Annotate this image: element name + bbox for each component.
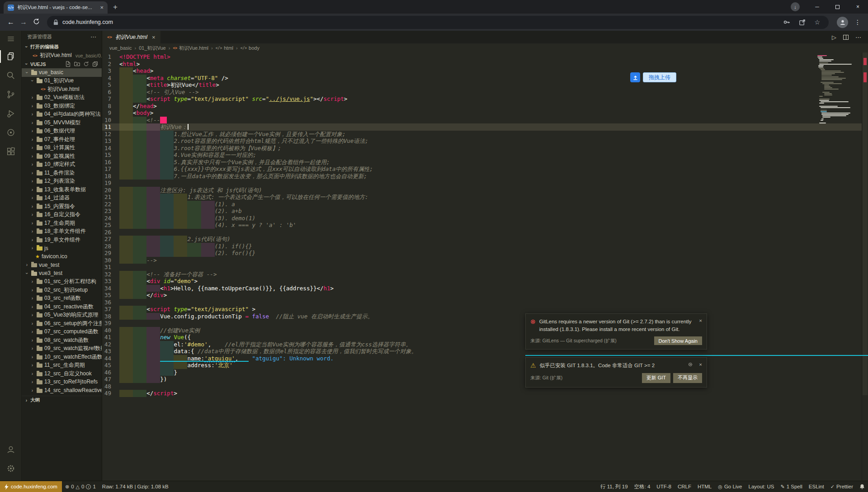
remote-host-badge[interactable]: code.huxinfeng.com (0, 481, 62, 492)
tree-item[interactable]: ›js (22, 244, 102, 253)
code-line-12[interactable]: 121.想让Vue工作，就必须创建一个Vue实例，且要传入一个配置对象; (102, 131, 862, 138)
code-line-5[interactable]: 5<title>初识Vue</title> (102, 81, 862, 89)
status-encoding[interactable]: UTF-8 (653, 481, 675, 492)
window-maximize-button[interactable] (827, 0, 848, 14)
forward-button[interactable]: → (17, 18, 30, 26)
status-keyboard-layout[interactable]: Layout: US (745, 481, 778, 492)
tree-item[interactable]: ›14_过滤器 (22, 194, 102, 203)
problems-status[interactable]: ⊗0△0i1 (62, 481, 99, 492)
remote-explorer-icon[interactable] (0, 123, 22, 142)
tree-item[interactable]: ›06_数据代理 (22, 127, 102, 136)
file-size-status[interactable]: Raw: 1.74 kB | Gzip: 1.08 kB (99, 481, 172, 492)
workspace-section[interactable]: › VUEJS (22, 60, 102, 68)
tree-item[interactable]: ›14_src_shallowReactive... (22, 386, 102, 395)
notification-button[interactable]: Don't Show Again (654, 336, 703, 345)
code-line-8[interactable]: 8</head> (102, 103, 862, 110)
code-line-22[interactable]: 22(1). a (102, 201, 862, 208)
status-spell-checker[interactable]: ✎1 Spell (777, 481, 805, 492)
tree-item[interactable]: ›07_事件处理 (22, 135, 102, 144)
collapse-all-icon[interactable] (92, 61, 98, 67)
status-cursor-position[interactable]: 行 11, 列 19 (597, 481, 631, 492)
scrollbar-slider[interactable] (863, 52, 868, 395)
new-tab-button[interactable]: + (113, 3, 118, 11)
tree-item[interactable]: ›02_Vue模板语法 (22, 94, 102, 102)
status-eol[interactable]: CRLF (675, 481, 694, 492)
refresh-explorer-icon[interactable] (83, 61, 89, 67)
code-line-49[interactable]: 49</script> (102, 390, 862, 397)
code-line-35[interactable]: 35</div> (102, 292, 862, 299)
code-area[interactable]: 1<!DOCTYPE html>2<html>3<head>4<meta cha… (102, 52, 868, 481)
code-line-30[interactable]: 30--> (102, 257, 862, 264)
address-bar[interactable]: code.huxinfeng.com ☆ (47, 16, 829, 29)
tree-item[interactable]: ›09_src_watch监视ref数据... (22, 345, 102, 353)
account-icon[interactable] (0, 440, 22, 459)
code-line-37[interactable]: 37<script type="text/javascript" > (102, 306, 862, 313)
url-text[interactable]: code.huxinfeng.com (62, 19, 777, 25)
window-close-button[interactable]: × (848, 0, 868, 14)
tree-item[interactable]: ›08_src_watch函数 (22, 336, 102, 345)
run-debug-icon[interactable] (0, 104, 22, 123)
code-line-32[interactable]: 32<!-- 准备好一个容器 --> (102, 271, 862, 278)
close-icon[interactable]: × (699, 362, 702, 367)
code-line-26[interactable]: 26 (102, 229, 862, 236)
tree-item[interactable]: ›03_数据绑定 (22, 102, 102, 110)
minimap[interactable] (816, 53, 862, 130)
tree-item[interactable]: ›15_内置指令 (22, 202, 102, 211)
open-editors-section[interactable]: › 打开的编辑器 (22, 43, 102, 51)
vertical-scrollbar[interactable] (862, 52, 868, 481)
new-folder-icon[interactable] (74, 61, 80, 67)
explorer-icon[interactable] (0, 47, 22, 66)
tree-item[interactable]: ›16_自定义指令 (22, 211, 102, 219)
tree-item[interactable]: ›06_src_setup的两个注意点 (22, 319, 102, 328)
code-line-42[interactable]: 42el:'#demo', //el用于指定当前Vue实例为哪个容器服务，值通常… (102, 341, 862, 348)
tree-item[interactable]: ›01_初识Vue (22, 77, 102, 85)
code-line-31[interactable]: 31 (102, 264, 862, 271)
breadcrumb-item[interactable]: </>body (241, 45, 259, 51)
breadcrumb-item[interactable]: 01_初识Vue (139, 45, 166, 52)
tree-item[interactable]: ›17_生命周期 (22, 219, 102, 227)
code-line-45[interactable]: 45address:'北京' (102, 362, 862, 369)
gear-icon[interactable] (688, 362, 693, 367)
code-line-9[interactable]: 9<body> (102, 109, 862, 117)
tree-item[interactable]: ›11_src_生命周期 (22, 361, 102, 370)
tree-item[interactable]: ★favicon.ico (22, 252, 102, 261)
tree-item[interactable]: ›02_src_初识setup (22, 286, 102, 294)
code-line-13[interactable]: 132.root容器里的代码依然符合html规范，只不过混入了一些特殊的Vue语… (102, 137, 862, 145)
code-line-39[interactable]: 39 (102, 320, 862, 327)
code-line-16[interactable]: 165.真实开发中只有一个Vue实例，并且会配合着组件一起使用; (102, 159, 862, 166)
code-line-47[interactable]: 47}) (102, 376, 862, 383)
open-in-app-icon[interactable] (797, 19, 808, 26)
sidebar-more-icon[interactable]: ⋯ (90, 33, 96, 40)
tab-close-icon[interactable]: × (100, 4, 104, 11)
extensions-icon[interactable] (0, 142, 22, 161)
tree-item[interactable]: ›11_条件渲染 (22, 169, 102, 177)
code-line-43[interactable]: 43data:{ //data中用于存储数据，数据供el所指定的容器去使用，值我… (102, 348, 862, 355)
tree-item[interactable]: ›08_计算属性 (22, 144, 102, 152)
breadcrumb-item[interactable]: <>初识Vue.html (173, 45, 208, 52)
code-line-41[interactable]: 41new Vue({ (102, 334, 862, 341)
close-icon[interactable]: × (699, 318, 702, 323)
editor-tab[interactable]: <> 初识Vue.html × (102, 31, 160, 43)
code-line-20[interactable]: 20注意区分: js表达式 和 js代码(语句) (102, 187, 862, 194)
code-line-10[interactable]: 10<!-- (102, 117, 862, 124)
code-line-6[interactable]: 6<!-- 引入Vue --> (102, 89, 862, 96)
tree-item[interactable]: ›18_非单文件组件 (22, 227, 102, 236)
code-line-27[interactable]: 272.js代码(语句) (102, 236, 862, 243)
editor-tab-close-icon[interactable]: × (152, 34, 156, 41)
code-line-7[interactable]: 7<script type="text/javascript" src="../… (102, 95, 862, 103)
outline-section[interactable]: › 大纲 (22, 396, 102, 405)
upload-icon[interactable] (630, 72, 640, 82)
notification-button[interactable]: 更新 GIT (642, 373, 670, 383)
code-line-36[interactable]: 36 (102, 299, 862, 306)
code-line-46[interactable]: 46} (102, 369, 862, 376)
code-line-23[interactable]: 23(2). a+b (102, 208, 862, 215)
code-line-1[interactable]: 1<!DOCTYPE html> (102, 53, 862, 61)
tree-item[interactable]: ›10_绑定样式 (22, 161, 102, 169)
password-key-icon[interactable] (781, 19, 793, 26)
split-editor-icon[interactable] (843, 35, 849, 40)
status-prettier[interactable]: ✓Prettier (827, 481, 856, 492)
status-go-live[interactable]: ◎Go Live (715, 481, 745, 492)
notification-button[interactable]: 不再显示 (673, 373, 702, 383)
code-line-29[interactable]: 29(2). for(){} (102, 250, 862, 257)
tree-item[interactable]: ›12_列表渲染 (22, 177, 102, 186)
